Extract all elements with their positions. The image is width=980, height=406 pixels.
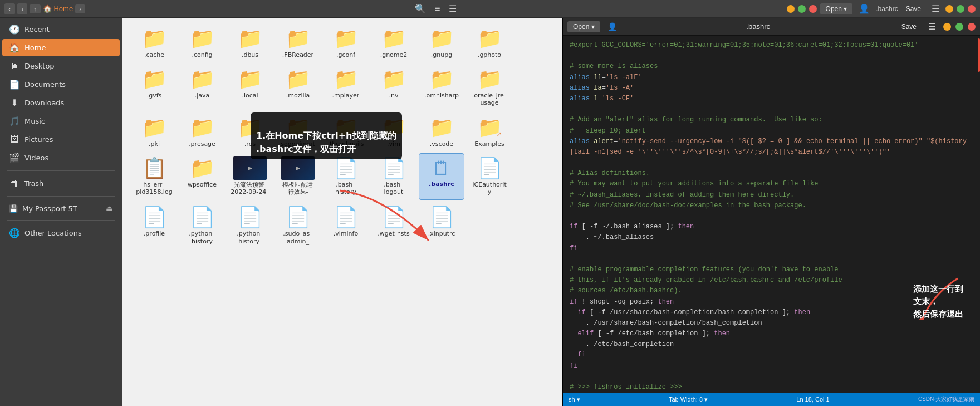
editor-scrollbar[interactable] xyxy=(973,36,980,393)
editor-open-button[interactable]: Open ▾ xyxy=(567,21,600,32)
sidebar-item-pictures[interactable]: 🖼 Pictures xyxy=(2,131,120,148)
code-line-10: # You may want to put your additions int… xyxy=(570,179,967,189)
sidebar-item-recent[interactable]: 🕐 Recent xyxy=(2,21,120,38)
file-item-presage[interactable]: 📁 .presage xyxy=(179,112,225,151)
file-item-mplayer[interactable]: 📁 .mplayer xyxy=(323,64,369,110)
file-item-gnome2[interactable]: 📁 .gnome2 xyxy=(371,23,416,62)
file-item-python-history-tmp[interactable]: 📄 .python_history-19259.tmp xyxy=(227,202,273,250)
file-label-gconf: .gconf xyxy=(336,51,355,58)
file-item-wget-hsts[interactable]: 📄 .wget-hsts xyxy=(371,202,416,250)
sidebar-item-desktop[interactable]: 🖥 Desktop xyxy=(2,57,120,75)
file-item-xinputrc[interactable]: 📄 .xinputrc xyxy=(419,202,464,250)
file-item-cache[interactable]: 📁 .cache xyxy=(131,23,177,62)
file-item-java[interactable]: 📁 .java xyxy=(179,64,225,110)
editor-save-button[interactable]: Save xyxy=(897,21,921,32)
file-item-local[interactable]: 📁 .local xyxy=(227,64,273,110)
file-item-mozilla[interactable]: 📁 .mozilla xyxy=(275,64,321,110)
file-item-iceauthority[interactable]: 📄 ICEauthority xyxy=(467,153,512,200)
folder-link-icon: 📁↗ xyxy=(477,116,502,139)
forward-button[interactable]: › xyxy=(17,3,28,14)
editor-wc-close[interactable] xyxy=(968,23,976,31)
file-item-bash-history[interactable]: 📄 .bash_history xyxy=(323,153,369,200)
sidebar-label-recent: Recent xyxy=(24,25,113,33)
file-item-gnupg[interactable]: 📁 .gnupg xyxy=(419,23,464,62)
code-line-5: alias l='ls -CF' xyxy=(570,94,967,104)
file-item-pki[interactable]: 📁 .pki xyxy=(131,112,177,151)
file-item-nv[interactable]: 📁 .nv xyxy=(371,64,416,110)
file-item-hs-err[interactable]: 📋 hs_err_pid3158.log xyxy=(131,153,177,200)
sidebar-label-desktop: Desktop xyxy=(24,62,113,70)
file-item-profile[interactable]: 📄 .profile xyxy=(131,202,177,250)
file-item-wpsoffice[interactable]: 📁 wpsoffice xyxy=(179,153,225,200)
sidebar-item-other-locations[interactable]: 🌐 Other Locations xyxy=(2,224,120,242)
file-item-thumbnails[interactable]: 📁 .thumbnails xyxy=(323,112,369,151)
file-item-omnisharp[interactable]: 📁 .omnisharp xyxy=(419,64,464,110)
editor-win-maximize[interactable] xyxy=(957,5,964,13)
win-maximize[interactable] xyxy=(798,5,806,13)
file-label-wpsoffice: wpsoffice xyxy=(188,181,217,188)
code-line-blank4 xyxy=(570,211,967,222)
editor-wc-min[interactable] xyxy=(943,23,951,31)
sidebar-item-passport[interactable]: 💾 My Passport 5T ⏏ xyxy=(2,200,120,216)
file-item-vscode[interactable]: 📁 .vscode xyxy=(419,112,464,151)
back-button[interactable]: ‹ xyxy=(4,3,15,14)
file-item-video2[interactable]: ▶ 模板匹配运行效果-2022-09-2... xyxy=(275,153,321,200)
view-list-button[interactable]: ≡ xyxy=(432,3,443,15)
file-label-python-history: .python_history xyxy=(189,230,215,244)
sidebar-label-documents: Documents xyxy=(24,80,113,89)
file-label-local: .local xyxy=(242,92,258,99)
file-item-gvfs[interactable]: 📁 .gvfs xyxy=(131,64,177,110)
file-item-dbus[interactable]: 📁 .dbus xyxy=(227,23,273,62)
file-item-viminfo[interactable]: 📄 .viminfo xyxy=(323,202,369,250)
eject-button[interactable]: ⏏ xyxy=(106,204,113,213)
sidebar-label-passport: My Passport 5T xyxy=(22,204,77,213)
file-label-video1: 光流法预警-2022-09-24_10.45.14.... xyxy=(231,181,269,197)
file-label-sogou: sogouinput xyxy=(281,140,315,148)
sidebar-item-documents[interactable]: 📄 Documents xyxy=(2,76,120,93)
sidebar-item-videos[interactable]: 🎬 Videos xyxy=(2,149,120,167)
file-item-python-history[interactable]: 📄 .python_history xyxy=(179,202,225,250)
win-minimize[interactable] xyxy=(787,5,795,13)
file-item-sogou[interactable]: 📁 sogouinput xyxy=(275,112,321,151)
editor-menu-button[interactable]: ☰ xyxy=(929,2,942,15)
code-line-14: . ~/.bash_aliases xyxy=(570,232,967,243)
sidebar-item-trash[interactable]: 🗑 Trash xyxy=(2,175,120,192)
editor-content[interactable]: #export GCC_COLORS='error=01;31:warning=… xyxy=(563,36,973,393)
file-item-oracle[interactable]: 📁 .oracle_jre_usage xyxy=(467,64,512,110)
file-item-bash-logout[interactable]: 📄 .bash_logout xyxy=(371,153,416,200)
search-button[interactable]: 🔍 xyxy=(412,2,429,15)
editor-overflow-button[interactable]: ☰ xyxy=(925,20,939,33)
file-item-bashrc[interactable]: 🗒 .bashrc xyxy=(419,153,464,200)
file-item-config[interactable]: 📁 .config xyxy=(179,23,225,62)
up-button[interactable]: ↑ xyxy=(30,4,41,13)
win-close[interactable] xyxy=(809,5,817,13)
sidebar-item-music[interactable]: 🎵 Music xyxy=(2,112,120,130)
file-item-gphoto[interactable]: 📁 .gphoto xyxy=(467,23,512,62)
file-item-examples[interactable]: 📁↗ Examples xyxy=(467,112,512,151)
file-item-vim[interactable]: 📁 .vim xyxy=(371,112,416,151)
editor-wc-max[interactable] xyxy=(955,23,963,31)
home-icon: 🏠 xyxy=(9,42,20,53)
open-button[interactable]: Open ▾ xyxy=(820,3,853,14)
file-item-sudo-admin[interactable]: 📄 .sudo_as_admin_successful xyxy=(275,202,321,250)
menu-button[interactable]: ☰ xyxy=(446,2,459,15)
user-button[interactable]: 👤 xyxy=(856,2,873,15)
home-button[interactable]: 🏠 🏠 HomeHome xyxy=(43,4,73,13)
code-line-2: # some more ls aliases xyxy=(570,61,967,72)
folder-icon: 📁 xyxy=(477,27,502,50)
code-line-12: # See /usr/share/doc/bash-doc/examples i… xyxy=(570,200,967,211)
file-item-gconf[interactable]: 📁 .gconf xyxy=(323,23,369,62)
save-button[interactable]: Save xyxy=(901,3,925,14)
editor-user-button[interactable]: 👤 xyxy=(605,21,620,32)
sidebar-item-home[interactable]: 🏠 Home xyxy=(2,39,120,56)
file-item-fbreader[interactable]: 📁 .FBReader xyxy=(275,23,321,62)
folder-icon: 📁 xyxy=(190,67,215,91)
editor-win-minimize[interactable] xyxy=(945,5,953,13)
file-item-video1[interactable]: ▶ 光流法预警-2022-09-24_10.45.14.... xyxy=(227,153,273,200)
folder-icon: 📁 xyxy=(334,116,359,139)
file-item-ros[interactable]: 📁 .ros xyxy=(227,112,273,151)
editor-win-close[interactable] xyxy=(968,5,976,13)
sidebar-item-downloads[interactable]: ⬇ Downloads xyxy=(2,94,120,111)
breadcrumb-chevron[interactable]: › xyxy=(75,4,85,13)
file-label-sudo-admin: .sudo_as_admin_successful xyxy=(282,230,314,246)
